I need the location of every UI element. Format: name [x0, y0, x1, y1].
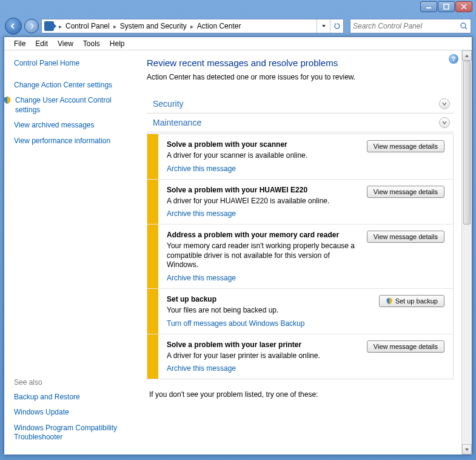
- message-item: Solve a problem with your HUAWEI E220A d…: [147, 180, 453, 225]
- message-list: Solve a problem with your scannerA drive…: [147, 134, 454, 379]
- message-link[interactable]: Archive this message: [167, 274, 357, 282]
- main-panel: ? Review recent messages and resolve pro…: [135, 50, 472, 455]
- chevron-down-icon: [439, 98, 450, 109]
- svg-line-3: [465, 27, 467, 29]
- scroll-up-button[interactable]: [462, 50, 472, 61]
- breadcrumb-item[interactable]: System and Security: [119, 22, 188, 30]
- address-bar[interactable]: ▸ Control Panel ▸ System and Security ▸ …: [41, 19, 344, 33]
- message-title: Address a problem with your memory card …: [167, 231, 357, 239]
- search-box[interactable]: [350, 19, 471, 33]
- navigation-row: ▸ Control Panel ▸ System and Security ▸ …: [0, 16, 476, 36]
- shield-icon: [386, 297, 393, 305]
- address-dropdown-button[interactable]: [317, 19, 330, 33]
- message-description: A driver for your laser printer is avail…: [167, 351, 357, 361]
- sidebar: Control Panel Home Change Action Center …: [4, 50, 135, 455]
- svg-rect-0: [426, 7, 431, 8]
- message-action-button[interactable]: View message details: [367, 186, 444, 198]
- menu-help[interactable]: Help: [105, 38, 130, 49]
- chevron-right-icon: ▸: [188, 23, 196, 30]
- sidebar-link[interactable]: View performance information: [14, 137, 129, 146]
- severity-bar: [147, 289, 158, 334]
- control-panel-home-link[interactable]: Control Panel Home: [14, 59, 129, 69]
- message-description: Your memory card reader isn't working pr…: [167, 242, 357, 270]
- control-panel-icon: [44, 21, 54, 31]
- nav-forward-button[interactable]: [24, 19, 39, 33]
- severity-bar: [147, 225, 158, 288]
- window-titlebar: [0, 0, 476, 16]
- security-label: Security: [147, 99, 439, 109]
- message-item: Address a problem with your memory card …: [147, 225, 453, 289]
- message-link[interactable]: Archive this message: [167, 364, 357, 373]
- message-item: Solve a problem with your scannerA drive…: [147, 134, 453, 180]
- message-action-button[interactable]: View message details: [367, 140, 444, 152]
- message-item: Solve a problem with your laser printerA…: [147, 334, 453, 379]
- message-link[interactable]: Turn off messages about Windows Backup: [167, 319, 357, 328]
- help-icon[interactable]: ?: [449, 54, 458, 64]
- sidebar-link[interactable]: Change User Account Control settings: [15, 96, 129, 115]
- see-also-heading: See also: [14, 378, 129, 387]
- message-action-button[interactable]: View message details: [367, 340, 444, 353]
- breadcrumb-item[interactable]: Control Panel: [64, 22, 111, 30]
- see-also-link[interactable]: Windows Program Compatibility Troublesho…: [14, 424, 129, 442]
- menu-edit[interactable]: Edit: [30, 38, 53, 49]
- minimize-button[interactable]: [420, 1, 437, 12]
- severity-bar: [147, 180, 158, 225]
- see-also-link[interactable]: Windows Update: [14, 408, 129, 418]
- maintenance-label: Maintenance: [147, 118, 439, 127]
- severity-bar: [147, 134, 158, 179]
- shield-icon: [4, 96, 12, 104]
- message-description: A driver for your HUAWEI E220 is availab…: [167, 197, 357, 206]
- scrollbar-thumb[interactable]: [463, 61, 471, 225]
- sidebar-link[interactable]: View archived messages: [14, 121, 129, 130]
- chevron-right-icon: ▸: [56, 23, 64, 30]
- page-title: Review recent messages and resolve probl…: [147, 58, 468, 68]
- message-description: Your files are not being backed up.: [167, 306, 357, 316]
- see-also-link[interactable]: Backup and Restore: [14, 393, 129, 402]
- chevron-down-icon: [439, 117, 450, 128]
- search-input[interactable]: [353, 22, 460, 30]
- menu-file[interactable]: File: [9, 38, 30, 49]
- maximize-button[interactable]: [438, 1, 455, 12]
- message-link[interactable]: Archive this message: [167, 209, 357, 218]
- menu-bar: File Edit View Tools Help: [4, 37, 472, 50]
- menu-view[interactable]: View: [53, 38, 78, 49]
- chevron-right-icon: ▸: [111, 23, 119, 30]
- sidebar-link[interactable]: Change Action Center settings: [14, 81, 129, 90]
- message-title: Set up backup: [167, 295, 357, 303]
- message-item: Set up backupYour files are not being ba…: [147, 289, 453, 334]
- svg-point-2: [461, 23, 466, 28]
- security-section-header[interactable]: Security: [147, 95, 454, 113]
- see-also-section: See also Backup and Restore Windows Upda…: [14, 378, 129, 448]
- vertical-scrollbar[interactable]: [461, 50, 472, 455]
- severity-bar: [147, 334, 158, 379]
- close-button[interactable]: [455, 1, 472, 12]
- window-body: File Edit View Tools Help Control Panel …: [4, 36, 472, 455]
- message-title: Solve a problem with your laser printer: [167, 340, 357, 349]
- search-icon: [460, 22, 468, 30]
- breadcrumb-item[interactable]: Action Center: [196, 22, 243, 30]
- scroll-down-button[interactable]: [462, 444, 472, 455]
- menu-tools[interactable]: Tools: [78, 38, 105, 49]
- message-action-button[interactable]: Set up backup: [379, 295, 444, 307]
- svg-rect-1: [444, 4, 449, 9]
- refresh-button[interactable]: [330, 19, 343, 33]
- footer-note: If you don't see your problem listed, tr…: [147, 390, 468, 399]
- nav-back-button[interactable]: [5, 18, 22, 35]
- message-link[interactable]: Archive this message: [167, 164, 357, 173]
- message-action-button[interactable]: View message details: [367, 231, 444, 243]
- message-title: Solve a problem with your HUAWEI E220: [167, 186, 357, 194]
- message-description: A driver for your scanner is available o…: [167, 151, 357, 161]
- message-title: Solve a problem with your scanner: [167, 140, 357, 149]
- page-subtitle: Action Center has detected one or more i…: [147, 73, 468, 81]
- maintenance-section-header[interactable]: Maintenance: [147, 113, 454, 132]
